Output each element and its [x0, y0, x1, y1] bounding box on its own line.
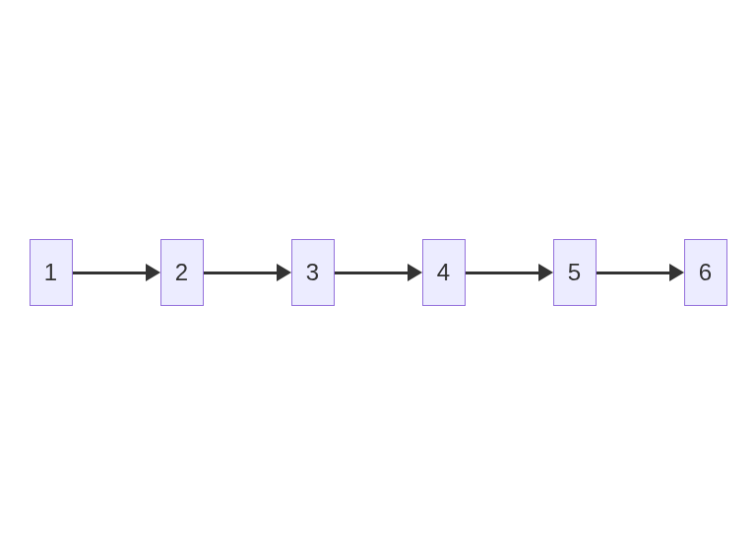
node-3: 3 — [291, 239, 335, 306]
arrow-icon — [73, 264, 160, 281]
node-5: 5 — [553, 239, 597, 306]
arrow-icon — [335, 264, 422, 281]
node-label: 1 — [44, 259, 57, 286]
node-label: 2 — [175, 259, 188, 286]
arrow-icon — [204, 264, 291, 281]
node-label: 5 — [568, 259, 581, 286]
node-label: 4 — [437, 259, 450, 286]
node-4: 4 — [422, 239, 466, 306]
node-label: 6 — [699, 259, 712, 286]
node-2: 2 — [160, 239, 204, 306]
node-6: 6 — [684, 239, 727, 306]
linear-flowchart: 1 2 3 4 5 6 — [30, 239, 727, 306]
arrow-icon — [597, 264, 684, 281]
node-1: 1 — [30, 239, 73, 306]
arrow-icon — [466, 264, 553, 281]
node-label: 3 — [306, 259, 319, 286]
